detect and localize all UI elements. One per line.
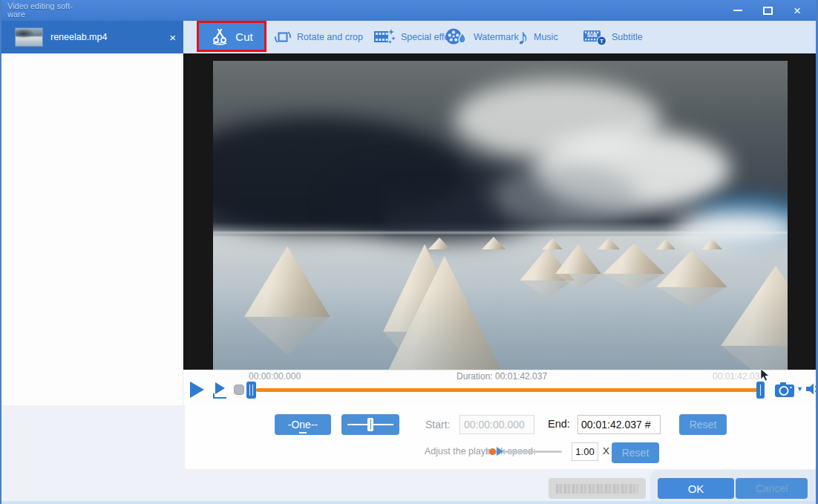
end-time-input[interactable] <box>577 415 661 434</box>
cut-mode-range-button[interactable] <box>341 414 399 435</box>
salt-cone <box>598 238 620 249</box>
reset-speed-button[interactable]: Reset <box>612 442 659 463</box>
disabled-garbled-button[interactable] <box>549 478 646 499</box>
rain-shaft <box>385 178 500 234</box>
salt-cone <box>656 250 727 287</box>
tab-music[interactable]: ♪ Music <box>517 21 558 53</box>
special-effects-icon <box>373 27 396 47</box>
reset-trim-button[interactable]: Reset <box>679 414 727 435</box>
end-timestamp: 00:01:42.037 <box>713 371 765 382</box>
end-label: End: <box>548 418 570 430</box>
video-thumbnail <box>15 27 43 47</box>
tab-cut[interactable]: Cut <box>197 21 266 52</box>
tab-watermark[interactable]: Watermark <box>445 21 519 53</box>
salt-cone <box>701 238 722 249</box>
salt-cone <box>656 239 675 249</box>
scissors-icon <box>210 27 229 46</box>
window-bottom-edge <box>1 501 818 504</box>
minimize-button[interactable] <box>730 3 746 18</box>
title-bar: Video editing soft-ware × <box>1 0 816 21</box>
speed-multiplier-label: X <box>603 445 609 456</box>
salt-cone <box>428 238 451 249</box>
close-button[interactable]: × <box>789 3 805 18</box>
trim-end-handle[interactable] <box>756 382 765 399</box>
gray-cloud <box>489 166 638 227</box>
cut-mode-one-button[interactable]: -One-- <box>275 414 331 435</box>
mouse-cursor <box>759 368 770 383</box>
playback-bar: 00:00:00.000 Duration: 00:01:42.037 00:0… <box>183 370 817 405</box>
file-list-panel <box>1 53 183 405</box>
salt-cone <box>542 238 563 249</box>
file-tab[interactable]: reneelab.mp4 × <box>1 21 183 53</box>
maximize-icon <box>763 7 773 15</box>
tab-subtitle-label: Subtitle <box>612 32 643 42</box>
rotate-crop-icon <box>274 28 292 46</box>
tab-rotate-crop-label: Rotate and crop <box>297 32 363 42</box>
file-close-icon[interactable]: × <box>169 21 176 53</box>
ok-button[interactable]: OK <box>658 478 734 499</box>
horizon <box>213 232 788 234</box>
file-name: reneelab.mp4 <box>50 21 107 53</box>
start-label: Start: <box>425 419 450 431</box>
cut-mode-one-underline <box>299 432 307 433</box>
snapshot-icon[interactable] <box>774 382 795 398</box>
current-time: 00:00:00.000 <box>249 371 301 382</box>
cancel-button[interactable]: Cancel <box>736 478 808 499</box>
duration-text: Duration: 00:01:42.037 <box>457 371 547 382</box>
range-knob-slit <box>370 419 372 430</box>
stop-button[interactable] <box>234 384 244 395</box>
trim-start-handle[interactable] <box>246 382 256 399</box>
snapshot-menu-caret[interactable]: ▼ <box>796 385 803 393</box>
svg-text:SUB: SUB <box>587 33 598 38</box>
speed-slider-handle[interactable] <box>489 448 496 455</box>
garbled-text <box>556 484 638 494</box>
cut-settings-panel: -One-- Start: End: Reset Adjust the play… <box>1 405 818 504</box>
start-time-input[interactable] <box>459 415 534 434</box>
volume-icon[interactable] <box>805 382 818 396</box>
timeline-track[interactable] <box>256 388 758 392</box>
minimize-icon <box>733 10 742 11</box>
video-frame <box>213 61 788 370</box>
tab-watermark-label: Watermark <box>474 32 519 42</box>
tab-cut-label: Cut <box>235 30 252 43</box>
music-icon: ♪ <box>517 26 529 48</box>
cut-mode-one-label: -One-- <box>288 419 318 431</box>
tab-subtitle[interactable]: SUB T Subtitle <box>583 21 643 53</box>
foreground-shade <box>213 289 788 370</box>
white-cumulus <box>673 212 788 246</box>
play-selection-button[interactable] <box>213 382 229 399</box>
tab-music-label: Music <box>534 32 558 42</box>
salt-cone <box>482 237 505 249</box>
speed-input[interactable] <box>572 442 598 461</box>
window-title: Video editing soft-ware <box>7 2 89 19</box>
close-icon: × <box>794 4 801 17</box>
maximize-button[interactable] <box>759 3 776 18</box>
svg-text:T: T <box>600 38 603 45</box>
subtitle-icon: SUB T <box>583 28 606 46</box>
watermark-icon <box>445 27 468 48</box>
play-button[interactable] <box>190 382 204 398</box>
play-selection-icon <box>215 382 225 394</box>
video-preview-area <box>183 53 817 370</box>
toolbar: Cut Rotate and crop Special effects <box>183 21 818 53</box>
speed-slider-marker <box>497 447 503 456</box>
salt-cone-reflection <box>555 273 601 289</box>
app-window: Video editing soft-ware × reneelab.mp4 ×… <box>0 0 818 504</box>
play-selection-underline <box>213 393 226 399</box>
tab-rotate-crop[interactable]: Rotate and crop <box>274 21 363 53</box>
